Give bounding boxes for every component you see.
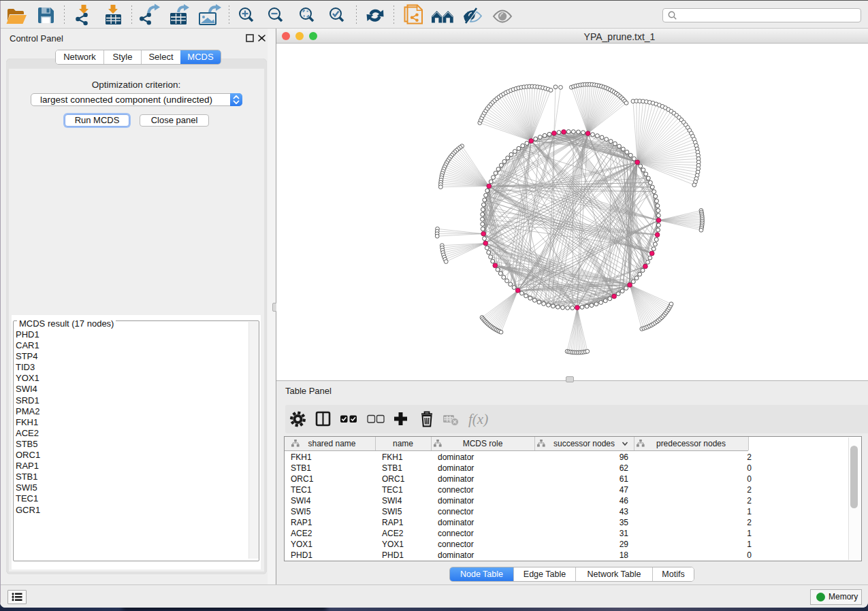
svg-text:f(x): f(x) — [468, 411, 488, 427]
